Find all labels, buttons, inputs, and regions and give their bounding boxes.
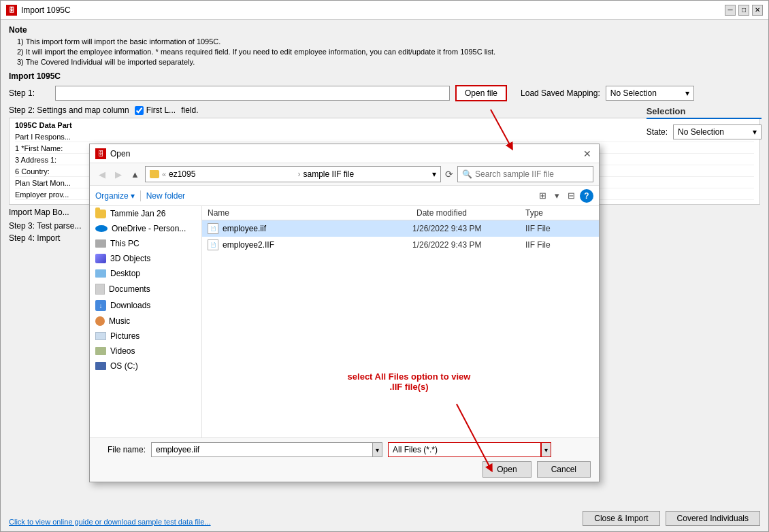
file-type-1: IIF File: [525, 240, 593, 250]
note-item-3: 3) The Covered Individual will be import…: [9, 58, 760, 66]
state-row: State: No Selection ▾: [647, 124, 762, 139]
file-item-1[interactable]: 📄 employee2.IIF 1/26/2022 9:43 PM IIF Fi…: [202, 237, 599, 253]
step1-input[interactable]: [55, 86, 450, 101]
path-part1: ez1095: [169, 169, 295, 179]
dialog-toolbar: Organize ▾ New folder ⊞ ▾ ⊟ ?: [90, 186, 599, 206]
open-button[interactable]: Open: [482, 461, 531, 478]
first-line-checkbox[interactable]: First L...: [135, 105, 176, 115]
part-response-row: Part I Respons...: [15, 132, 754, 142]
sidebar-label-downloads: Downloads: [110, 301, 150, 310]
covered-individuals-button[interactable]: Covered Individuals: [666, 511, 760, 526]
sidebar-label-music: Music: [109, 316, 130, 326]
dialog-title-bar: 🗄 Open ✕: [90, 144, 599, 163]
downloads-icon: ↓: [95, 300, 106, 311]
view-grid-button[interactable]: ⊞: [536, 188, 550, 203]
main-window: 🗄 Import 1095C ─ □ ✕ Note 1) This import…: [0, 0, 769, 532]
filename-row: File name: ▾ ▾: [98, 442, 591, 457]
dialog-footer: File name: ▾ ▾ Open Cancel: [90, 437, 599, 482]
sidebar-label-videos: Videos: [110, 346, 135, 356]
path-dropdown[interactable]: « ez1095 › sample IIF file ▾: [145, 166, 441, 182]
maximize-button[interactable]: □: [738, 5, 749, 16]
sidebar-label-onedrive: OneDrive - Person...: [112, 224, 186, 233]
close-import-button[interactable]: Close & Import: [583, 511, 659, 526]
view-panel-button[interactable]: ⊟: [564, 188, 578, 203]
sidebar-item-os-c[interactable]: OS (C:): [90, 359, 201, 373]
desktop-icon: [95, 269, 106, 278]
col-name-header[interactable]: Name: [208, 208, 416, 218]
filename-input-wrap: ▾: [151, 442, 382, 457]
title-bar-left: 🗄 Import 1095C: [6, 5, 71, 16]
sidebar-label-3d: 3D Objects: [110, 254, 150, 263]
view-dropdown-button[interactable]: ▾: [551, 188, 563, 203]
data-part-title: 1095C Data Part: [15, 121, 754, 129]
file-date-1: 1/26/2022 9:43 PM: [412, 240, 521, 250]
sidebar-label-documents: Documents: [109, 284, 150, 294]
state-value: No Selection: [678, 127, 724, 137]
sidebar-item-music[interactable]: Music: [90, 314, 201, 329]
open-file-button[interactable]: Open file: [455, 85, 507, 101]
search-input[interactable]: [475, 169, 577, 179]
organize-button[interactable]: Organize ▾: [95, 191, 135, 201]
sidebar-label-this-pc: This PC: [110, 239, 140, 248]
import-section-title: Import 1095C: [9, 71, 760, 81]
sidebar-label-pictures: Pictures: [110, 331, 140, 341]
filetype-dropdown-button[interactable]: ▾: [541, 442, 551, 457]
music-icon: [95, 316, 105, 326]
forward-button[interactable]: ▶: [112, 168, 125, 181]
step1-row: Step 1: Open file Load Saved Mapping: No…: [9, 85, 760, 101]
back-button[interactable]: ◀: [95, 168, 109, 181]
new-folder-button[interactable]: New folder: [146, 191, 185, 201]
sidebar-item-3d-objects[interactable]: 3D Objects: [90, 251, 201, 266]
title-controls: ─ □ ✕: [725, 5, 763, 16]
cancel-button[interactable]: Cancel: [537, 461, 591, 478]
no-selection-dropdown[interactable]: No Selection ▾: [606, 86, 694, 101]
state-dropdown[interactable]: No Selection ▾: [673, 124, 762, 139]
bottom-right-buttons: Close & Import Covered Individuals: [583, 511, 760, 526]
load-mapping-label: Load Saved Mapping:: [521, 88, 600, 98]
sidebar-item-downloads[interactable]: ↓ Downloads: [90, 297, 201, 314]
onedrive-icon: [95, 225, 108, 232]
note-section: Note 1) This import form will import the…: [9, 25, 760, 66]
sidebar-item-onedrive[interactable]: OneDrive - Person...: [90, 221, 201, 236]
file-list-header: Name Date modified Type: [202, 206, 599, 220]
close-button[interactable]: ✕: [752, 5, 763, 16]
bottom-link[interactable]: Click to view online guide or download s…: [9, 518, 211, 526]
pictures-icon: [95, 332, 106, 340]
col-date-header[interactable]: Date modified: [416, 208, 525, 218]
footer-buttons: Open Cancel: [98, 461, 591, 478]
dialog-close-button[interactable]: ✕: [581, 148, 593, 160]
window-title: Import 1095C: [21, 5, 71, 15]
dialog-nav-bar: ◀ ▶ ▲ « ez1095 › sample IIF file ▾ ⟳ 🔍: [90, 163, 599, 186]
help-button[interactable]: ?: [580, 189, 593, 203]
file-icon-1: 📄: [208, 239, 218, 250]
documents-icon: [95, 284, 105, 295]
col-type-header: Type: [525, 208, 593, 218]
up-button[interactable]: ▲: [128, 168, 142, 181]
sidebar-item-pictures[interactable]: Pictures: [90, 329, 201, 344]
this-pc-icon: [95, 239, 106, 248]
file-icon-0: 📄: [208, 223, 218, 234]
filename-input[interactable]: [151, 442, 372, 457]
filetype-input[interactable]: [388, 442, 541, 457]
file-open-dialog: 🗄 Open ✕ ◀ ▶ ▲ « ez1095 › sample IIF fil…: [89, 144, 600, 482]
file-name-0: employee.iif: [223, 224, 408, 233]
sidebar-item-tammie[interactable]: Tammie Jan 26: [90, 206, 201, 221]
sidebar-item-desktop[interactable]: Desktop: [90, 266, 201, 281]
minimize-button[interactable]: ─: [725, 5, 736, 16]
sidebar-item-this-pc[interactable]: This PC: [90, 236, 201, 251]
sidebar-label-desktop: Desktop: [110, 269, 140, 278]
file-item-0[interactable]: 📄 employee.iif 1/26/2022 9:43 PM IIF Fil…: [202, 220, 599, 237]
tammie-icon: [95, 210, 106, 218]
sidebar-item-videos[interactable]: Videos: [90, 344, 201, 359]
toolbar-separator: [140, 190, 141, 201]
state-label: State:: [647, 127, 668, 137]
dialog-title: Open: [110, 149, 130, 159]
sidebar-label-os-c: OS (C:): [110, 361, 138, 371]
filename-dropdown-button[interactable]: ▾: [372, 442, 382, 457]
dialog-title-left: 🗄 Open: [95, 148, 130, 159]
title-bar: 🗄 Import 1095C ─ □ ✕: [1, 1, 768, 20]
refresh-button[interactable]: ⟳: [444, 167, 455, 181]
file-type-0: IIF File: [525, 224, 593, 233]
sidebar-item-documents[interactable]: Documents: [90, 281, 201, 297]
sidebar-label-tammie: Tammie Jan 26: [110, 209, 165, 218]
